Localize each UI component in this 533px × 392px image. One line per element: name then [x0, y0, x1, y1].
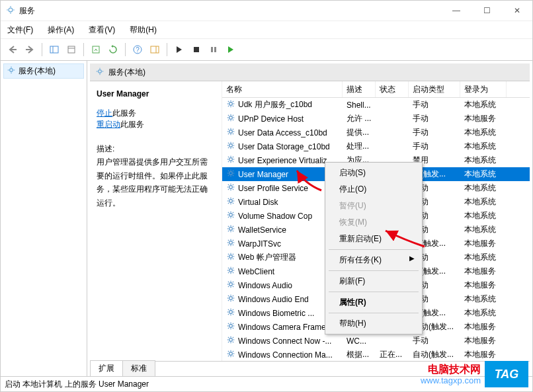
svg-line-176	[228, 323, 229, 324]
table-row[interactable]: User Data Access_c10bd提供...手动本地系统	[222, 126, 530, 139]
ctx-start[interactable]: 启动(S)	[327, 165, 420, 181]
col-status[interactable]: 状态	[376, 81, 409, 97]
help-button[interactable]: ?	[130, 42, 145, 58]
service-logon-cell: 本地服务	[460, 335, 507, 346]
show-hide-console-tree-button[interactable]	[46, 42, 62, 58]
service-logon-cell: 本地系统	[460, 155, 507, 166]
svg-line-80	[233, 171, 233, 171]
forward-button[interactable]	[22, 42, 38, 58]
menu-view[interactable]: 查看(V)	[86, 23, 118, 37]
maximize-button[interactable]: ☐	[472, 1, 502, 20]
restart-link[interactable]: 重启动	[97, 120, 120, 129]
svg-rect-15	[211, 47, 213, 52]
tab-standard[interactable]: 标准	[122, 360, 155, 376]
detail-pane: User Manager 停止此服务 重启动此服务 描述: 用户管理器提供多用户…	[90, 81, 222, 361]
table-row[interactable]: User Data Storage_c10bd处理...手动本地系统	[222, 139, 530, 153]
menu-help[interactable]: 帮助(H)	[127, 23, 159, 37]
svg-point-0	[9, 8, 13, 12]
table-row[interactable]: Windows Connect Now -...WC...手动本地服务	[222, 334, 530, 348]
svg-line-79	[228, 175, 229, 176]
service-logon-cell: 本地系统	[460, 224, 507, 235]
tree-pane: 服务(本地)	[1, 61, 87, 376]
ctx-help[interactable]: 帮助(H)	[327, 315, 420, 332]
table-row[interactable]: Windows Connection Ma...根据...正在...自动(触发.…	[222, 348, 530, 361]
svg-line-89	[233, 184, 233, 185]
service-name-cell: Windows Connect Now -...	[238, 336, 331, 346]
svg-line-169	[228, 314, 229, 315]
close-button[interactable]: ✕	[502, 1, 532, 20]
stop-link[interactable]: 停止	[97, 108, 112, 118]
stop-service-button[interactable]	[188, 42, 204, 58]
ctx-resume: 恢复(M)	[327, 214, 420, 231]
svg-rect-14	[194, 47, 199, 52]
back-button[interactable]	[5, 42, 20, 58]
svg-line-53	[233, 129, 233, 130]
service-desc-cell: 提供...	[343, 127, 376, 138]
svg-line-35	[233, 101, 233, 102]
ctx-refresh[interactable]: 刷新(F)	[327, 273, 420, 290]
svg-rect-7	[68, 46, 75, 53]
window-title: 服务	[19, 5, 441, 17]
gear-icon	[7, 65, 16, 77]
gear-icon	[226, 252, 235, 263]
watermark-line1: 电脑技术网	[421, 363, 481, 375]
service-name-cell: Windows Connection Ma...	[238, 350, 333, 360]
svg-line-107	[233, 212, 233, 213]
restart-service-button[interactable]	[223, 42, 239, 58]
gear-icon	[226, 169, 235, 180]
ctx-properties[interactable]: 属性(R)	[327, 294, 420, 311]
list-header: 名称 描述 状态 启动类型 登录为	[222, 81, 530, 98]
svg-line-116	[233, 226, 233, 227]
service-logon-cell: 本地系统	[460, 252, 507, 263]
pause-service-button[interactable]	[206, 42, 222, 58]
gear-icon	[226, 196, 235, 208]
gear-icon	[226, 321, 235, 333]
service-logon-cell: 本地服务	[460, 349, 507, 360]
watermark-line2: www.tagxp.com	[421, 375, 481, 386]
svg-point-17	[10, 69, 13, 72]
gear-icon	[226, 210, 235, 221]
menu-action[interactable]: 操作(A)	[45, 23, 77, 37]
action-pane-button[interactable]	[147, 42, 163, 58]
service-desc-cell: WC...	[343, 336, 376, 346]
service-name-cell: Udk 用户服务_c10bd	[238, 99, 312, 110]
svg-line-168	[233, 314, 233, 315]
menu-file[interactable]: 文件(F)	[5, 23, 36, 37]
table-row[interactable]: Udk 用户服务_c10bdShell...手动本地系统	[222, 98, 530, 112]
svg-line-123	[233, 245, 233, 245]
menubar: 文件(F) 操作(A) 查看(V) 帮助(H)	[1, 21, 532, 38]
col-desc[interactable]: 描述	[343, 81, 376, 97]
svg-line-167	[228, 309, 229, 310]
service-name-cell: User Data Access_c10bd	[238, 128, 327, 137]
service-name-cell: Windows Biometric ...	[238, 309, 314, 318]
tab-extended[interactable]: 扩展	[90, 360, 123, 376]
properties-button[interactable]	[63, 42, 79, 58]
svg-line-77	[228, 171, 229, 171]
svg-line-179	[233, 323, 233, 324]
ctx-all-tasks[interactable]: 所有任务(K)▶	[327, 252, 420, 268]
refresh-button[interactable]	[105, 42, 121, 58]
svg-point-180	[229, 338, 233, 342]
start-service-button[interactable]	[171, 42, 187, 58]
export-list-button[interactable]	[88, 42, 104, 58]
gear-icon	[226, 307, 235, 319]
svg-line-113	[228, 226, 229, 227]
service-name-cell: Windows Audio	[238, 281, 292, 290]
gear-icon	[226, 266, 235, 277]
tree-root-services-local[interactable]: 服务(本地)	[3, 63, 84, 79]
service-logon-cell: 本地系统	[460, 294, 507, 305]
svg-point-45	[229, 130, 233, 134]
col-logon[interactable]: 登录为	[460, 81, 507, 97]
svg-line-62	[233, 143, 233, 143]
table-row[interactable]: UPnP Device Host允许 ...手动本地服务	[222, 112, 530, 126]
gear-icon	[226, 224, 235, 235]
tree-root-label: 服务(本地)	[19, 65, 56, 77]
service-name-cell: Volume Shadow Cop	[238, 212, 312, 221]
gear-icon	[226, 155, 235, 166]
svg-line-187	[228, 342, 229, 342]
ctx-stop[interactable]: 停止(O)	[327, 181, 420, 198]
col-name[interactable]: 名称	[222, 81, 343, 97]
ctx-restart[interactable]: 重新启动(E)	[327, 231, 420, 247]
col-startup[interactable]: 启动类型	[409, 81, 460, 97]
minimize-button[interactable]: —	[441, 1, 472, 20]
